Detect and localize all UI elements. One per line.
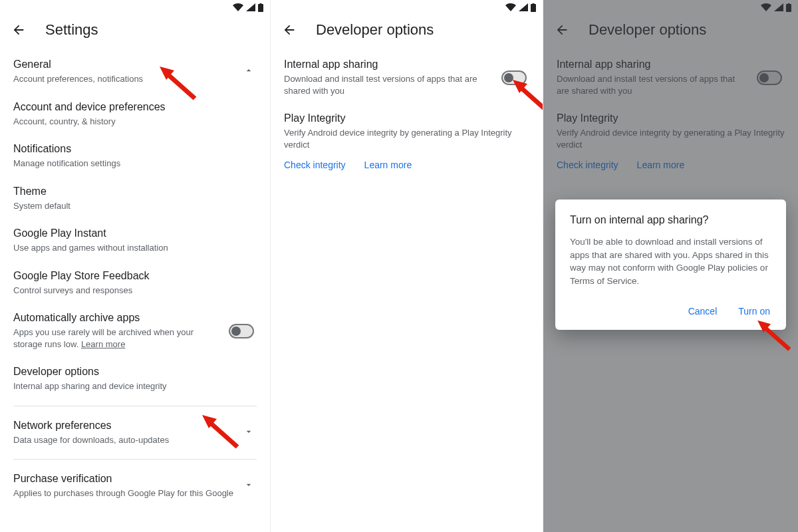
- app-header: Settings: [0, 12, 270, 51]
- row-subtitle: Verify Android device integrity by gener…: [284, 127, 529, 150]
- integrity-links: Check integrity Learn more: [271, 153, 543, 180]
- row-title: Automatically archive apps: [13, 312, 217, 324]
- row-subtitle: Account, country, & history: [13, 116, 257, 128]
- row-notifications[interactable]: Notifications Manage notification settin…: [0, 135, 270, 178]
- row-general[interactable]: General Account preferences, notificatio…: [0, 51, 270, 93]
- row-subtitle: Use apps and games without installation: [13, 242, 257, 254]
- row-title: Theme: [13, 186, 257, 198]
- status-bar: [271, 0, 543, 12]
- phone-settings: Settings General Account preferences, no…: [0, 0, 270, 532]
- page-title: Developer options: [316, 21, 434, 39]
- row-subtitle: Manage notification settings: [13, 158, 257, 170]
- row-title: Google Play Store Feedback: [13, 270, 257, 282]
- row-network-preferences[interactable]: Network preferences Data usage for downl…: [0, 412, 270, 454]
- row-account-device-preferences[interactable]: Account and device preferences Account, …: [0, 93, 270, 136]
- row-subtitle: Data usage for downloads, auto-updates: [13, 434, 257, 446]
- arrow-back-icon: [282, 23, 297, 37]
- row-title: Purchase verification: [13, 473, 257, 485]
- cancel-button[interactable]: Cancel: [687, 302, 719, 321]
- row-title: Network preferences: [13, 420, 257, 432]
- dialog-actions: Cancel Turn on: [570, 302, 771, 321]
- learn-more-link[interactable]: Learn more: [364, 160, 412, 170]
- row-subtitle: Download and install test versions of ap…: [284, 73, 489, 96]
- back-button[interactable]: [11, 22, 27, 38]
- wifi-icon: [233, 3, 243, 11]
- row-title: Google Play Instant: [13, 227, 257, 239]
- row-google-play-instant[interactable]: Google Play Instant Use apps and games w…: [0, 219, 270, 262]
- row-subtitle: Apps you use rarely will be archived whe…: [13, 327, 217, 350]
- confirm-dialog: Turn on internal app sharing? You'll be …: [555, 200, 786, 330]
- status-bar: [0, 0, 270, 12]
- row-title: Internal app sharing: [284, 59, 489, 70]
- chevron-up-icon: [243, 65, 254, 78]
- phone-developer-options: Developer options Internal app sharing D…: [270, 0, 543, 532]
- divider: [13, 406, 257, 406]
- battery-icon: [531, 3, 536, 12]
- arrow-back-icon: [11, 23, 26, 37]
- internal-app-sharing-toggle[interactable]: [501, 70, 527, 85]
- toggle-knob: [231, 327, 241, 336]
- learn-more-link[interactable]: Learn more: [81, 339, 125, 349]
- divider: [13, 459, 257, 460]
- svg-rect-0: [258, 4, 263, 12]
- phone-developer-options-dialog: Developer options Internal app sharing D…: [543, 0, 798, 532]
- row-subtitle: Internal app sharing and device integrit…: [13, 380, 257, 392]
- toggle-knob: [504, 73, 513, 82]
- check-integrity-link[interactable]: Check integrity: [284, 160, 346, 170]
- row-subtitle: Control surveys and responses: [13, 285, 257, 297]
- row-subtitle: System default: [13, 200, 257, 212]
- dialog-body: You'll be able to download and install v…: [570, 235, 771, 287]
- row-title: Developer options: [13, 366, 257, 378]
- settings-list: General Account preferences, notificatio…: [0, 51, 270, 507]
- row-purchase-verification[interactable]: Purchase verification Applies to purchas…: [0, 465, 270, 507]
- chevron-down-icon: [243, 426, 254, 440]
- signal-icon: [519, 3, 528, 11]
- dialog-title: Turn on internal app sharing?: [570, 214, 771, 226]
- row-subtitle: Account preferences, notifications: [13, 73, 257, 85]
- wifi-icon: [505, 3, 516, 11]
- row-play-store-feedback[interactable]: Google Play Store Feedback Control surve…: [0, 262, 270, 305]
- signal-icon: [246, 3, 255, 11]
- auto-archive-toggle[interactable]: [229, 324, 254, 338]
- svg-rect-2: [531, 4, 536, 12]
- chevron-down-icon: [243, 479, 254, 493]
- row-title: General: [13, 59, 257, 70]
- row-title: Notifications: [13, 143, 257, 155]
- page-title: Settings: [45, 21, 98, 39]
- row-theme[interactable]: Theme System default: [0, 178, 270, 220]
- back-button[interactable]: [281, 22, 297, 38]
- turn-on-button[interactable]: Turn on: [737, 302, 771, 321]
- row-title: Play Integrity: [284, 112, 529, 124]
- row-play-integrity: Play Integrity Verify Android device int…: [271, 104, 543, 153]
- battery-icon: [258, 3, 263, 12]
- app-header: Developer options: [271, 12, 543, 51]
- svg-rect-1: [260, 3, 262, 5]
- row-developer-options[interactable]: Developer options Internal app sharing a…: [0, 358, 270, 400]
- row-title: Account and device preferences: [13, 101, 257, 113]
- row-subtitle: Applies to purchases through Google Play…: [13, 487, 257, 499]
- row-auto-archive-apps[interactable]: Automatically archive apps Apps you use …: [0, 304, 270, 358]
- svg-rect-3: [533, 3, 535, 5]
- row-internal-app-sharing[interactable]: Internal app sharing Download and instal…: [271, 51, 543, 104]
